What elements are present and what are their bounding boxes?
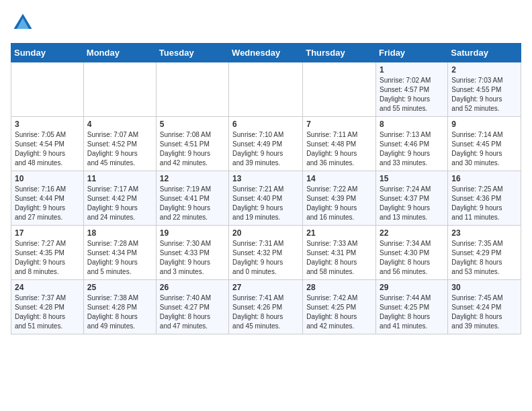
day-number: 5 — [160, 120, 225, 129]
day-cell — [11, 62, 84, 117]
day-number: 16 — [451, 174, 517, 183]
day-info: Sunrise: 7:41 AM Sunset: 4:26 PM Dayligh… — [232, 293, 299, 331]
day-cell: 8Sunrise: 7:13 AM Sunset: 4:46 PM Daylig… — [376, 117, 448, 171]
week-row-4: 17Sunrise: 7:27 AM Sunset: 4:35 PM Dayli… — [11, 226, 521, 280]
day-cell: 28Sunrise: 7:42 AM Sunset: 4:25 PM Dayli… — [303, 280, 376, 334]
day-info: Sunrise: 7:40 AM Sunset: 4:27 PM Dayligh… — [160, 293, 225, 331]
day-info: Sunrise: 7:33 AM Sunset: 4:31 PM Dayligh… — [306, 239, 372, 277]
header-saturday: Saturday — [448, 44, 521, 62]
header-row: SundayMondayTuesdayWednesdayThursdayFrid… — [11, 44, 521, 62]
day-cell: 2Sunrise: 7:03 AM Sunset: 4:55 PM Daylig… — [448, 62, 521, 117]
day-number: 19 — [160, 228, 225, 238]
calendar-table: SundayMondayTuesdayWednesdayThursdayFrid… — [11, 43, 521, 334]
header-monday: Monday — [83, 44, 156, 62]
day-cell: 10Sunrise: 7:16 AM Sunset: 4:44 PM Dayli… — [11, 171, 84, 226]
day-cell: 29Sunrise: 7:44 AM Sunset: 4:25 PM Dayli… — [376, 280, 448, 334]
day-number: 1 — [380, 65, 444, 75]
day-number: 21 — [306, 228, 372, 238]
day-cell: 20Sunrise: 7:31 AM Sunset: 4:32 PM Dayli… — [229, 226, 303, 280]
day-info: Sunrise: 7:16 AM Sunset: 4:44 PM Dayligh… — [15, 185, 80, 222]
day-number: 9 — [451, 120, 517, 129]
day-cell: 15Sunrise: 7:24 AM Sunset: 4:37 PM Dayli… — [376, 171, 448, 226]
week-row-1: 1Sunrise: 7:02 AM Sunset: 4:57 PM Daylig… — [11, 62, 521, 117]
day-info: Sunrise: 7:05 AM Sunset: 4:54 PM Dayligh… — [15, 130, 80, 168]
day-cell: 4Sunrise: 7:07 AM Sunset: 4:52 PM Daylig… — [83, 117, 156, 171]
day-cell: 1Sunrise: 7:02 AM Sunset: 4:57 PM Daylig… — [376, 62, 448, 117]
header-friday: Friday — [376, 44, 448, 62]
day-cell: 25Sunrise: 7:38 AM Sunset: 4:28 PM Dayli… — [83, 280, 156, 334]
day-number: 25 — [87, 283, 152, 292]
day-cell: 7Sunrise: 7:11 AM Sunset: 4:48 PM Daylig… — [303, 117, 376, 171]
week-row-3: 10Sunrise: 7:16 AM Sunset: 4:44 PM Dayli… — [11, 171, 521, 226]
day-cell: 12Sunrise: 7:19 AM Sunset: 4:41 PM Dayli… — [156, 171, 228, 226]
day-cell: 23Sunrise: 7:35 AM Sunset: 4:29 PM Dayli… — [448, 226, 521, 280]
day-info: Sunrise: 7:17 AM Sunset: 4:42 PM Dayligh… — [87, 185, 152, 222]
day-number: 30 — [451, 283, 517, 292]
header-sunday: Sunday — [11, 44, 84, 62]
day-number: 28 — [306, 283, 372, 292]
day-info: Sunrise: 7:25 AM Sunset: 4:36 PM Dayligh… — [451, 185, 517, 222]
day-cell: 14Sunrise: 7:22 AM Sunset: 4:39 PM Dayli… — [303, 171, 376, 226]
day-number: 27 — [232, 283, 299, 292]
day-info: Sunrise: 7:10 AM Sunset: 4:49 PM Dayligh… — [232, 130, 299, 168]
day-info: Sunrise: 7:42 AM Sunset: 4:25 PM Dayligh… — [306, 293, 372, 331]
day-number: 18 — [87, 228, 152, 238]
day-info: Sunrise: 7:35 AM Sunset: 4:29 PM Dayligh… — [451, 239, 517, 277]
day-number: 10 — [15, 174, 80, 183]
day-info: Sunrise: 7:07 AM Sunset: 4:52 PM Dayligh… — [87, 130, 152, 168]
day-cell: 18Sunrise: 7:28 AM Sunset: 4:34 PM Dayli… — [83, 226, 156, 280]
day-cell: 6Sunrise: 7:10 AM Sunset: 4:49 PM Daylig… — [229, 117, 303, 171]
day-number: 8 — [380, 120, 444, 129]
day-cell: 22Sunrise: 7:34 AM Sunset: 4:30 PM Dayli… — [376, 226, 448, 280]
day-info: Sunrise: 7:31 AM Sunset: 4:32 PM Dayligh… — [232, 239, 299, 277]
calendar-body: 1Sunrise: 7:02 AM Sunset: 4:57 PM Daylig… — [11, 62, 521, 334]
day-cell: 13Sunrise: 7:21 AM Sunset: 4:40 PM Dayli… — [229, 171, 303, 226]
day-number: 2 — [451, 65, 517, 75]
day-cell: 3Sunrise: 7:05 AM Sunset: 4:54 PM Daylig… — [11, 117, 84, 171]
logo-icon — [11, 11, 35, 35]
day-info: Sunrise: 7:44 AM Sunset: 4:25 PM Dayligh… — [380, 293, 444, 331]
calendar-header: SundayMondayTuesdayWednesdayThursdayFrid… — [11, 44, 521, 62]
day-cell: 26Sunrise: 7:40 AM Sunset: 4:27 PM Dayli… — [156, 280, 228, 334]
day-info: Sunrise: 7:08 AM Sunset: 4:51 PM Dayligh… — [160, 130, 225, 168]
day-number: 3 — [15, 120, 80, 129]
day-info: Sunrise: 7:03 AM Sunset: 4:55 PM Dayligh… — [451, 76, 517, 113]
day-number: 12 — [160, 174, 225, 183]
day-number: 17 — [15, 228, 80, 238]
day-info: Sunrise: 7:27 AM Sunset: 4:35 PM Dayligh… — [15, 239, 80, 277]
day-info: Sunrise: 7:34 AM Sunset: 4:30 PM Dayligh… — [380, 239, 444, 277]
day-number: 15 — [380, 174, 444, 183]
day-number: 13 — [232, 174, 299, 183]
logo — [11, 11, 38, 35]
day-info: Sunrise: 7:11 AM Sunset: 4:48 PM Dayligh… — [306, 130, 372, 168]
day-info: Sunrise: 7:30 AM Sunset: 4:33 PM Dayligh… — [160, 239, 225, 277]
day-number: 4 — [87, 120, 152, 129]
day-cell — [303, 62, 376, 117]
day-number: 29 — [380, 283, 444, 292]
day-cell: 11Sunrise: 7:17 AM Sunset: 4:42 PM Dayli… — [83, 171, 156, 226]
day-number: 14 — [306, 174, 372, 183]
day-cell — [83, 62, 156, 117]
week-row-5: 24Sunrise: 7:37 AM Sunset: 4:28 PM Dayli… — [11, 280, 521, 334]
day-info: Sunrise: 7:19 AM Sunset: 4:41 PM Dayligh… — [160, 185, 225, 222]
day-number: 23 — [451, 228, 517, 238]
day-cell: 30Sunrise: 7:45 AM Sunset: 4:24 PM Dayli… — [448, 280, 521, 334]
day-number: 6 — [232, 120, 299, 129]
day-number: 26 — [160, 283, 225, 292]
day-cell: 21Sunrise: 7:33 AM Sunset: 4:31 PM Dayli… — [303, 226, 376, 280]
week-row-2: 3Sunrise: 7:05 AM Sunset: 4:54 PM Daylig… — [11, 117, 521, 171]
day-info: Sunrise: 7:21 AM Sunset: 4:40 PM Dayligh… — [232, 185, 299, 222]
day-cell: 17Sunrise: 7:27 AM Sunset: 4:35 PM Dayli… — [11, 226, 84, 280]
day-number: 22 — [380, 228, 444, 238]
day-info: Sunrise: 7:37 AM Sunset: 4:28 PM Dayligh… — [15, 293, 80, 331]
day-number: 24 — [15, 283, 80, 292]
header-wednesday: Wednesday — [229, 44, 303, 62]
day-cell — [229, 62, 303, 117]
day-info: Sunrise: 7:22 AM Sunset: 4:39 PM Dayligh… — [306, 185, 372, 222]
day-cell — [156, 62, 228, 117]
day-cell: 5Sunrise: 7:08 AM Sunset: 4:51 PM Daylig… — [156, 117, 228, 171]
day-info: Sunrise: 7:28 AM Sunset: 4:34 PM Dayligh… — [87, 239, 152, 277]
page-header — [11, 11, 521, 35]
day-cell: 19Sunrise: 7:30 AM Sunset: 4:33 PM Dayli… — [156, 226, 228, 280]
day-number: 11 — [87, 174, 152, 183]
